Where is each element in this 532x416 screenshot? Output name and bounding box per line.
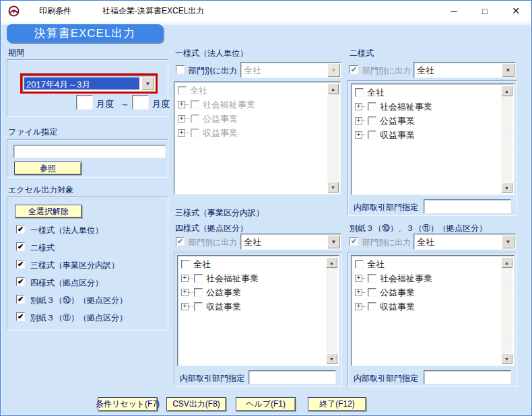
tree-checkbox[interactable] [355,260,364,269]
expand-icon[interactable]: + [355,131,362,139]
expand-icon[interactable]: + [178,115,185,123]
tree-checkbox[interactable] [181,260,190,269]
scroll-down-icon[interactable]: ▼ [501,353,512,364]
panel2-company-dropdown[interactable]: 全社 ▼ [413,62,516,78]
tree-item[interactable]: +公益事業 [353,285,501,300]
scroll-down-icon[interactable]: ▼ [326,353,337,364]
chevron-down-icon[interactable]: ▼ [327,235,340,248]
scroll-up-icon[interactable]: ▲ [501,257,512,268]
checkbox-style3[interactable]: ✔ [16,260,25,269]
panel2-dept-checkbox[interactable]: ✔ [350,65,358,74]
panel2-internal-dept-input[interactable] [424,199,511,213]
tree-item[interactable]: 全社 [353,85,501,100]
clear-all-button[interactable]: 全選択解除 [15,205,82,218]
expand-icon[interactable]: + [355,117,362,125]
chevron-down-icon[interactable]: ▼ [502,235,514,248]
tree-item[interactable]: +公益事業 [176,112,327,126]
exit-button[interactable]: 終了(F12) [308,397,366,411]
csv-export-button[interactable]: CSV出力(F8) [166,397,226,411]
tree-item[interactable]: +社会福祉事業 [353,271,501,285]
tree-item[interactable]: +社会福祉事業 [179,271,326,285]
scrollbar-track[interactable] [501,96,512,182]
tree-checkbox[interactable] [194,288,203,297]
tree-item[interactable]: +収益事業 [179,300,326,314]
tree-checkbox[interactable] [178,86,187,95]
panel3-internal-dept-input[interactable] [248,370,336,384]
scrollbar[interactable]: ▲ ▼ [326,257,337,364]
panel1-dept-checkbox[interactable] [176,65,185,74]
checkbox-style2-label[interactable]: 二様式 [30,242,55,254]
tree-checkbox[interactable] [368,116,376,125]
panel4-company-dropdown[interactable]: 全社 ▼ [413,234,516,250]
checkbox-style3-label[interactable]: 三様式（事業区分内訳） [30,260,119,271]
tree-checkbox[interactable] [194,302,203,311]
expand-icon[interactable]: + [355,303,362,310]
chevron-down-icon[interactable]: ▼ [327,63,340,77]
checkbox-appendix10[interactable]: ✔ [16,295,25,304]
checkbox-style4-label[interactable]: 四様式（拠点区分） [30,277,103,289]
scrollbar[interactable]: ▲ ▼ [501,85,512,193]
panel1-company-dropdown[interactable]: 全社 ▼ [240,62,341,78]
checkbox-appendix11[interactable]: ✔ [16,312,25,321]
tree-item[interactable]: +公益事業 [353,114,501,128]
tree-item[interactable]: 全社 [176,83,327,98]
tree-checkbox[interactable] [191,114,199,123]
panel4-dept-checkbox[interactable]: ✔ [350,237,358,246]
tree-checkbox[interactable] [191,129,199,137]
tree-item[interactable]: +公益事業 [179,285,326,300]
expand-icon[interactable]: + [181,275,189,282]
panel4-internal-dept-input[interactable] [424,370,511,384]
expand-icon[interactable]: + [181,289,189,296]
maximize-icon[interactable]: □ [469,1,500,21]
tree-item[interactable]: +収益事業 [353,128,501,142]
expand-icon[interactable]: + [181,303,189,310]
tree-checkbox[interactable] [194,274,203,283]
chevron-down-icon[interactable]: ▼ [502,63,514,77]
tree-item[interactable]: 全社 [353,257,501,271]
tree-item[interactable]: +社会福祉事業 [176,98,327,112]
checkbox-appendix10-label[interactable]: 別紙３（⑩）（拠点区分） [30,295,127,306]
help-button[interactable]: ヘルプ(F1) [236,397,296,411]
tree-item[interactable]: +収益事業 [353,300,501,314]
scroll-up-icon[interactable]: ▲ [327,83,339,94]
expand-icon[interactable]: + [355,103,362,110]
scroll-down-icon[interactable]: ▼ [327,182,339,193]
scroll-up-icon[interactable]: ▲ [501,85,512,96]
checkbox-style1-label[interactable]: 一様式（法人単位） [30,225,103,236]
minimize-icon[interactable]: ─ [438,1,469,21]
scrollbar[interactable]: ▲ ▼ [327,83,339,193]
tree-item[interactable]: +社会福祉事業 [353,100,501,114]
tree-checkbox[interactable] [355,88,364,97]
panel3-company-dropdown[interactable]: 全社 ▼ [240,234,341,250]
close-icon[interactable]: ✕ [500,1,531,21]
scroll-up-icon[interactable]: ▲ [326,257,337,268]
scrollbar-track[interactable] [326,268,337,353]
scrollbar-track[interactable] [501,268,512,353]
tree-checkbox[interactable] [368,274,376,283]
tree-checkbox[interactable] [368,302,376,311]
checkbox-style1[interactable]: ✔ [16,225,25,234]
tree-checkbox[interactable] [368,288,376,297]
tree-item[interactable]: 全社 [179,257,326,271]
scrollbar-track[interactable] [327,94,339,182]
checkbox-style2[interactable]: ✔ [16,242,25,251]
expand-icon[interactable]: + [178,129,185,137]
file-path-input[interactable] [13,145,166,158]
tree-checkbox[interactable] [368,102,376,111]
panel3-dept-checkbox[interactable]: ✔ [176,237,185,246]
tree-checkbox[interactable] [191,100,199,109]
chevron-down-icon[interactable]: ▼ [141,77,154,90]
scrollbar[interactable]: ▲ ▼ [501,257,512,364]
checkbox-appendix11-label[interactable]: 別紙３（⑪）（拠点区分） [30,312,127,324]
checkbox-style4[interactable]: ✔ [16,277,25,286]
scroll-down-icon[interactable]: ▼ [501,182,512,193]
month-from-input[interactable] [76,95,93,110]
reset-conditions-button[interactable]: 条件リセット(F7) [98,397,158,411]
period-dropdown[interactable]: 2017年4月～3月 ▼ [22,75,156,92]
expand-icon[interactable]: + [178,101,185,108]
month-to-input[interactable] [132,95,149,110]
expand-icon[interactable]: + [355,289,362,296]
tree-item[interactable]: +収益事業 [176,126,327,140]
browse-button[interactable]: 参照 [14,162,81,175]
expand-icon[interactable]: + [355,275,362,282]
